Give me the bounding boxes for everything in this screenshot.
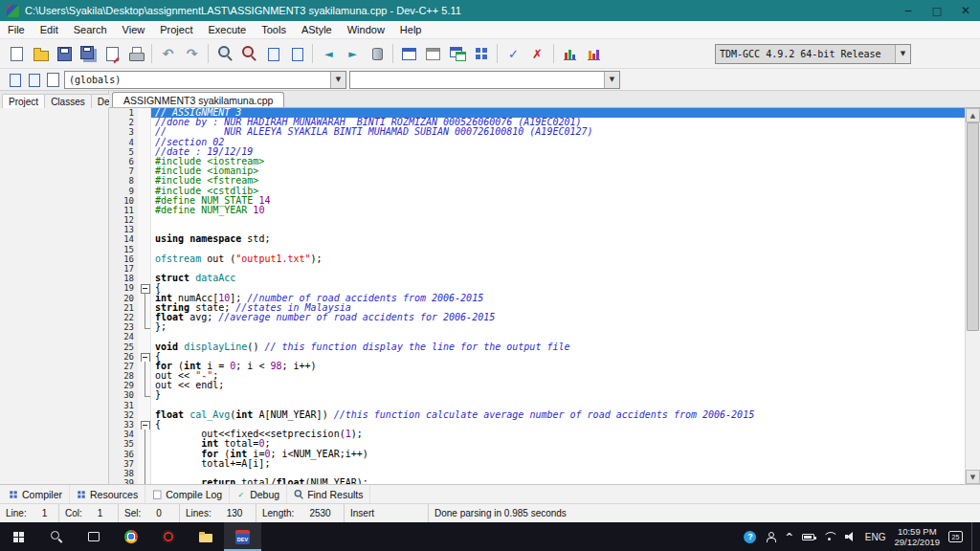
project-panel-body[interactable]: [0, 108, 108, 484]
open-file-button[interactable]: [28, 42, 52, 66]
new-source-button[interactable]: [4, 42, 28, 66]
media-app-taskbar-button[interactable]: [149, 522, 187, 551]
compile-button[interactable]: [397, 42, 421, 66]
compile-run-button[interactable]: [445, 42, 469, 66]
print-button[interactable]: [123, 42, 147, 66]
code-line[interactable]: 23};: [109, 322, 965, 332]
line-number[interactable]: 8: [109, 176, 138, 186]
profiling-log-button[interactable]: [582, 42, 606, 66]
line-number[interactable]: 28: [109, 371, 138, 381]
report-tab-compile-log[interactable]: Compile Log: [145, 485, 230, 503]
report-tab-compiler[interactable]: Compiler: [2, 485, 70, 503]
code-line[interactable]: 17: [109, 264, 965, 274]
line-number[interactable]: 36: [109, 450, 138, 459]
minimize-button[interactable]: ─: [894, 0, 923, 21]
goto-line-button[interactable]: [284, 42, 308, 66]
code-line[interactable]: 11#define NUM_YEAR 10: [109, 206, 965, 215]
line-number[interactable]: 15: [109, 245, 138, 254]
menu-item-search[interactable]: Search: [66, 22, 115, 37]
scrollbar-track[interactable]: [966, 122, 980, 470]
code-line[interactable]: 37 total+=A[i];: [109, 459, 965, 469]
taskbar-clock[interactable]: 10:59 PM 29/12/2019: [894, 526, 940, 547]
rebuild-all-button[interactable]: [469, 42, 493, 66]
globals-select[interactable]: (globals) ▼: [64, 71, 346, 89]
show-desktop-button[interactable]: [971, 522, 976, 551]
redo-button[interactable]: ↷: [180, 42, 204, 66]
chevron-down-icon[interactable]: ▼: [895, 45, 910, 63]
line-number[interactable]: 32: [109, 410, 138, 420]
chevron-down-icon[interactable]: ▼: [604, 72, 619, 88]
members-select[interactable]: ▼: [349, 71, 620, 89]
close-file-button[interactable]: [100, 42, 123, 66]
find-button[interactable]: [212, 42, 236, 66]
menu-item-view[interactable]: View: [115, 22, 153, 37]
editor-tab[interactable]: ASSIGNMENT3 syakilamuna.cpp: [112, 92, 284, 107]
goto-declaration-button[interactable]: [4, 71, 23, 89]
start-button[interactable]: [0, 522, 37, 551]
line-number[interactable]: 25: [109, 342, 138, 352]
code-line[interactable]: 22float avg; //average number of road ac…: [109, 313, 965, 322]
scrollbar-thumb[interactable]: [967, 122, 979, 331]
find-next-button[interactable]: [260, 42, 284, 66]
task-view-button[interactable]: [75, 522, 112, 551]
code-line[interactable]: 27for (int i = 0; i < 98; i++): [109, 362, 965, 371]
menu-item-help[interactable]: Help: [392, 22, 430, 37]
line-number[interactable]: 35: [109, 439, 138, 449]
line-number[interactable]: 34: [109, 430, 138, 439]
fold-toggle-icon[interactable]: [138, 283, 151, 293]
line-number[interactable]: 1: [109, 108, 138, 118]
scroll-down-icon[interactable]: ▼: [966, 470, 980, 484]
line-number[interactable]: 16: [109, 254, 138, 264]
volume-tray-button[interactable]: [845, 522, 857, 551]
line-number[interactable]: 21: [109, 303, 138, 313]
report-tab-find-results[interactable]: Find Results: [287, 485, 370, 503]
report-tab-debug[interactable]: ✓Debug: [230, 485, 287, 503]
line-number[interactable]: 14: [109, 234, 138, 244]
action-center-button[interactable]: 25: [948, 522, 963, 551]
line-number[interactable]: 12: [109, 215, 138, 225]
panel-tab-project[interactable]: Project: [2, 94, 45, 108]
scroll-up-icon[interactable]: ▲: [966, 108, 980, 122]
code-line[interactable]: 3// NUR ALEEYA SYAKILA BINTI MUHAMAD SUB…: [109, 127, 965, 137]
run-button[interactable]: [421, 42, 445, 66]
line-number[interactable]: 7: [109, 166, 138, 176]
line-number[interactable]: 33: [109, 420, 138, 430]
devcpp-taskbar-button[interactable]: DEV: [224, 522, 261, 551]
panel-tab-classes[interactable]: Classes: [44, 94, 92, 108]
menu-item-file[interactable]: File: [0, 22, 33, 37]
network-tray-button[interactable]: [823, 522, 836, 551]
code-area[interactable]: 1// ASSIGNMENT 32//done by : NUR HADIRAH…: [109, 108, 965, 484]
menu-item-tools[interactable]: Tools: [254, 22, 294, 37]
line-number[interactable]: 3: [109, 127, 138, 137]
undo-button[interactable]: ↶: [156, 42, 180, 66]
line-number[interactable]: 4: [109, 138, 138, 147]
line-number[interactable]: 22: [109, 313, 138, 322]
line-number[interactable]: 24: [109, 332, 138, 342]
profile-button[interactable]: [558, 42, 582, 66]
code-line[interactable]: 18struct dataAcc: [109, 274, 965, 283]
editor-vertical-scrollbar[interactable]: ▲ ▼: [965, 108, 980, 484]
line-number[interactable]: 29: [109, 381, 138, 390]
forward-button[interactable]: ►: [341, 42, 365, 66]
line-number[interactable]: 19: [109, 283, 138, 293]
line-number[interactable]: 10: [109, 196, 138, 206]
chrome-taskbar-button[interactable]: [112, 522, 149, 551]
replace-button[interactable]: [236, 42, 260, 66]
code-line[interactable]: 32float cal_Avg(int A[NUM_YEAR]) //this …: [109, 410, 965, 420]
code-line[interactable]: 29out << endl;: [109, 381, 965, 390]
fold-toggle-icon[interactable]: [138, 420, 151, 430]
maximize-button[interactable]: □: [923, 0, 951, 21]
menu-item-astyle[interactable]: AStyle: [294, 22, 340, 37]
code-line[interactable]: 14using namespace std;: [109, 234, 965, 244]
line-number[interactable]: 2: [109, 118, 138, 127]
class-browser-button[interactable]: [42, 71, 61, 89]
line-number[interactable]: 31: [109, 401, 138, 410]
syntax-check-button[interactable]: ✓: [501, 42, 525, 66]
abort-compile-button[interactable]: ✗: [525, 42, 549, 66]
line-number[interactable]: 6: [109, 157, 138, 166]
line-number[interactable]: 13: [109, 225, 138, 234]
toggle-bookmark-button[interactable]: [365, 42, 389, 66]
fold-toggle-icon[interactable]: [138, 352, 151, 362]
battery-tray-button[interactable]: [802, 522, 814, 551]
compiler-profile-select[interactable]: TDM-GCC 4.9.2 64-bit Release ▼: [715, 44, 911, 64]
